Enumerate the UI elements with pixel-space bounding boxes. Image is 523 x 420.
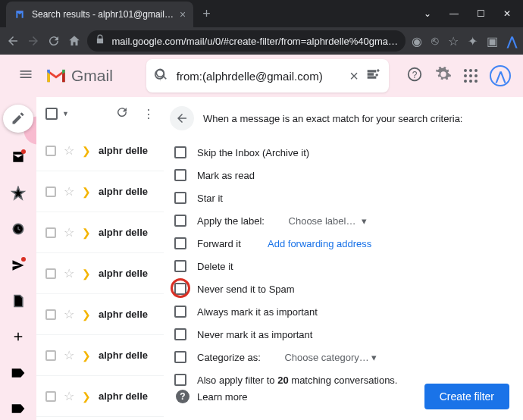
nav-back-button[interactable] xyxy=(6,34,20,48)
star-icon[interactable]: ☆ xyxy=(64,143,74,158)
checkbox[interactable] xyxy=(174,328,186,340)
checkbox[interactable] xyxy=(174,169,186,181)
bookmark-star-icon[interactable]: ☆ xyxy=(448,34,459,49)
refresh-button[interactable] xyxy=(115,105,129,122)
mail-row[interactable]: ☆❯alphr delle xyxy=(36,212,164,253)
sender-name: alphr delle xyxy=(99,309,148,320)
row-checkbox[interactable] xyxy=(45,146,56,156)
rail-label-icon-1[interactable] xyxy=(6,362,30,384)
row-checkbox[interactable] xyxy=(45,350,56,361)
option-categorize-as[interactable]: Categorize as: Choose category… ▾ xyxy=(170,346,511,368)
window-close-icon[interactable]: ✕ xyxy=(503,8,511,19)
star-icon[interactable]: ☆ xyxy=(64,389,74,403)
ext-eye-icon[interactable]: ◉ xyxy=(412,34,422,49)
rail-mail-icon[interactable] xyxy=(6,146,30,168)
option-mark-read[interactable]: Mark as read xyxy=(170,164,511,186)
compose-button[interactable] xyxy=(3,105,33,133)
option-always-important[interactable]: Always mark it as important xyxy=(170,300,511,323)
url-field[interactable]: mail.google.com/mail/u/0/#create-filter/… xyxy=(87,30,406,52)
option-label: Mark as read xyxy=(197,170,255,181)
select-dropdown-icon[interactable]: ▼ xyxy=(62,110,69,118)
rail-sent-icon[interactable] xyxy=(6,254,30,276)
star-icon[interactable]: ☆ xyxy=(64,225,74,240)
select-all-checkbox[interactable] xyxy=(45,108,58,120)
star-icon[interactable]: ☆ xyxy=(64,266,74,281)
gmail-logo[interactable]: Gmail xyxy=(45,67,113,85)
nav-forward-button[interactable] xyxy=(27,34,41,48)
settings-gear-icon[interactable] xyxy=(435,66,452,86)
checkbox[interactable] xyxy=(174,192,186,204)
search-clear-icon[interactable]: × xyxy=(349,67,359,85)
option-apply-label[interactable]: Apply the label: Choose label… ▾ xyxy=(170,209,511,232)
choose-label-dropdown[interactable]: Choose label… ▾ xyxy=(289,215,367,227)
main-menu-button[interactable] xyxy=(12,61,39,91)
tab-close-icon[interactable]: × xyxy=(180,8,186,20)
row-checkbox[interactable] xyxy=(45,309,56,320)
option-delete-it[interactable]: Delete it xyxy=(170,255,511,277)
important-marker-icon[interactable]: ❯ xyxy=(82,309,91,321)
new-tab-button[interactable]: + xyxy=(202,6,211,22)
important-marker-icon[interactable]: ❯ xyxy=(82,349,91,362)
address-bar: mail.google.com/mail/u/0/#create-filter/… xyxy=(0,27,523,55)
nav-reload-button[interactable] xyxy=(47,34,61,48)
add-forwarding-link[interactable]: Add forwarding address xyxy=(268,238,371,249)
rail-drafts-icon[interactable] xyxy=(6,290,30,312)
rail-label-icon-2[interactable] xyxy=(6,398,30,420)
option-never-important[interactable]: Never mark it as important xyxy=(170,323,511,346)
extension-icons: ◉ ⎋ ☆ ✦ ▣ ⋀ xyxy=(412,34,517,49)
rail-star-icon[interactable] xyxy=(6,182,30,204)
star-icon[interactable]: ☆ xyxy=(64,307,74,321)
important-marker-icon[interactable]: ❯ xyxy=(82,145,91,157)
option-skip-inbox[interactable]: Skip the Inbox (Archive it) xyxy=(170,141,511,164)
checkbox[interactable] xyxy=(174,237,186,249)
mail-row[interactable]: ☆❯alphr delle xyxy=(36,253,164,294)
checkbox[interactable] xyxy=(174,260,186,272)
checkbox[interactable] xyxy=(174,351,186,363)
option-star-it[interactable]: Star it xyxy=(170,186,511,209)
mail-row[interactable]: ☆❯alphr delle xyxy=(36,294,164,335)
important-marker-icon[interactable]: ❯ xyxy=(82,268,91,280)
window-maximize-icon[interactable]: ☐ xyxy=(477,8,485,19)
mail-row[interactable]: ☆❯alphr delle xyxy=(36,335,164,376)
row-checkbox[interactable] xyxy=(45,186,56,197)
checkbox[interactable] xyxy=(174,215,186,227)
learn-more-link[interactable]: ? Learn more xyxy=(176,390,247,403)
account-badge[interactable]: ⋀ xyxy=(490,65,511,86)
important-marker-icon[interactable]: ❯ xyxy=(82,227,91,239)
mail-row[interactable]: ☆❯alphr delle xyxy=(36,376,164,417)
important-marker-icon[interactable]: ❯ xyxy=(82,186,91,198)
mail-row[interactable]: ☆❯alphr delle xyxy=(36,130,164,171)
nav-home-button[interactable] xyxy=(67,34,82,48)
checkbox[interactable] xyxy=(174,146,186,158)
rail-add-icon[interactable] xyxy=(6,326,30,348)
window-minimize-icon[interactable]: — xyxy=(449,8,459,19)
row-checkbox[interactable] xyxy=(45,227,56,238)
row-checkbox[interactable] xyxy=(45,268,56,279)
row-checkbox[interactable] xyxy=(45,391,56,402)
mail-row[interactable]: ☆❯alphr delle xyxy=(36,171,164,212)
google-apps-icon[interactable] xyxy=(464,69,478,83)
option-forward-it[interactable]: Forward it Add forwarding address xyxy=(170,232,511,255)
ext-share-icon[interactable]: ⎋ xyxy=(431,34,439,48)
star-icon[interactable]: ☆ xyxy=(64,348,74,362)
ext-alphr-icon[interactable]: ⋀ xyxy=(507,34,517,49)
star-icon[interactable]: ☆ xyxy=(64,184,74,199)
support-icon[interactable]: ? xyxy=(406,66,423,86)
choose-category-dropdown[interactable]: Choose category… ▾ xyxy=(284,352,377,363)
window-chevron-icon[interactable]: ⌄ xyxy=(424,8,431,19)
gmail-favicon xyxy=(14,8,26,20)
sender-name: alphr delle xyxy=(99,268,148,279)
more-menu-icon[interactable]: ⋮ xyxy=(142,107,155,121)
rail-snoozed-icon[interactable] xyxy=(6,218,30,240)
extensions-puzzle-icon[interactable]: ✦ xyxy=(468,34,478,49)
checkbox[interactable] xyxy=(174,306,186,318)
panel-back-button[interactable] xyxy=(170,106,194,130)
ext-cube-icon[interactable]: ▣ xyxy=(487,34,498,49)
option-never-spam[interactable]: Never send it to Spam xyxy=(170,277,511,300)
checkbox[interactable] xyxy=(174,283,186,295)
search-box[interactable]: from:(alphrdelle@gmail.com) × xyxy=(146,59,389,92)
create-filter-button[interactable]: Create filter xyxy=(424,384,509,409)
important-marker-icon[interactable]: ❯ xyxy=(82,390,91,403)
search-options-icon[interactable] xyxy=(366,67,381,85)
browser-tab[interactable]: Search results - alphr101@gmail… × xyxy=(6,2,193,27)
